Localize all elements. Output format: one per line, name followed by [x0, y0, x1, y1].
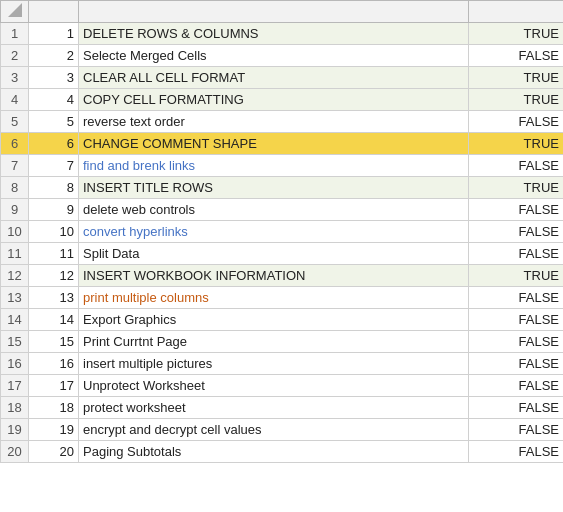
- cell-description: delete web controls: [79, 199, 469, 221]
- table-row: 66CHANGE COMMENT SHAPETRUE: [1, 133, 564, 155]
- cell-index: 2: [29, 45, 79, 67]
- cell-description: INSERT TITLE ROWS: [79, 177, 469, 199]
- cell-boolean: FALSE: [469, 287, 564, 309]
- cell-boolean: FALSE: [469, 309, 564, 331]
- cell-description: Paging Subtotals: [79, 441, 469, 463]
- row-number: 2: [1, 45, 29, 67]
- column-headers: [1, 1, 564, 23]
- row-number: 20: [1, 441, 29, 463]
- cell-description: Selecte Merged Cells: [79, 45, 469, 67]
- cell-boolean: FALSE: [469, 353, 564, 375]
- row-number: 15: [1, 331, 29, 353]
- table-row: 1919encrypt and decrypt cell valuesFALSE: [1, 419, 564, 441]
- cell-boolean: FALSE: [469, 375, 564, 397]
- cell-boolean: TRUE: [469, 89, 564, 111]
- cell-description: convert hyperlinks: [79, 221, 469, 243]
- row-number: 6: [1, 133, 29, 155]
- row-number: 18: [1, 397, 29, 419]
- table-row: 1616insert multiple picturesFALSE: [1, 353, 564, 375]
- cell-index: 1: [29, 23, 79, 45]
- table-row: 1515Print Currtnt PageFALSE: [1, 331, 564, 353]
- cell-boolean: TRUE: [469, 177, 564, 199]
- cell-description: Print Currtnt Page: [79, 331, 469, 353]
- cell-description: insert multiple pictures: [79, 353, 469, 375]
- cell-description: CLEAR ALL CELL FORMAT: [79, 67, 469, 89]
- cell-index: 19: [29, 419, 79, 441]
- row-number: 13: [1, 287, 29, 309]
- row-number: 17: [1, 375, 29, 397]
- table-row: 11DELETE ROWS & COLUMNSTRUE: [1, 23, 564, 45]
- table-row: 1010convert hyperlinksFALSE: [1, 221, 564, 243]
- table-row: 55reverse text orderFALSE: [1, 111, 564, 133]
- cell-boolean: FALSE: [469, 199, 564, 221]
- cell-index: 17: [29, 375, 79, 397]
- cell-index: 13: [29, 287, 79, 309]
- row-number: 12: [1, 265, 29, 287]
- cell-boolean: FALSE: [469, 111, 564, 133]
- cell-description: INSERT WORKBOOK INFORMATION: [79, 265, 469, 287]
- cell-index: 12: [29, 265, 79, 287]
- cell-index: 11: [29, 243, 79, 265]
- row-number: 3: [1, 67, 29, 89]
- cell-description: Split Data: [79, 243, 469, 265]
- row-number: 5: [1, 111, 29, 133]
- cell-boolean: FALSE: [469, 243, 564, 265]
- cell-description: COPY CELL FORMATTING: [79, 89, 469, 111]
- table-row: 1717Unprotect WorksheetFALSE: [1, 375, 564, 397]
- row-number: 8: [1, 177, 29, 199]
- cell-boolean: FALSE: [469, 331, 564, 353]
- row-number: 9: [1, 199, 29, 221]
- row-number: 1: [1, 23, 29, 45]
- spreadsheet: 11DELETE ROWS & COLUMNSTRUE22Selecte Mer…: [0, 0, 563, 463]
- cell-description: print multiple columns: [79, 287, 469, 309]
- cell-index: 8: [29, 177, 79, 199]
- cell-index: 14: [29, 309, 79, 331]
- row-number: 7: [1, 155, 29, 177]
- row-number: 11: [1, 243, 29, 265]
- cell-description: find and brenk links: [79, 155, 469, 177]
- table-body: 11DELETE ROWS & COLUMNSTRUE22Selecte Mer…: [1, 23, 564, 463]
- cell-index: 5: [29, 111, 79, 133]
- table-row: 22Selecte Merged CellsFALSE: [1, 45, 564, 67]
- cell-boolean: TRUE: [469, 67, 564, 89]
- cell-index: 9: [29, 199, 79, 221]
- table-row: 1111Split DataFALSE: [1, 243, 564, 265]
- svg-marker-0: [8, 3, 22, 17]
- cell-boolean: TRUE: [469, 133, 564, 155]
- col-b-header: [79, 1, 469, 23]
- row-number: 19: [1, 419, 29, 441]
- cell-index: 15: [29, 331, 79, 353]
- table-row: 33CLEAR ALL CELL FORMATTRUE: [1, 67, 564, 89]
- table-row: 88INSERT TITLE ROWSTRUE: [1, 177, 564, 199]
- row-number: 4: [1, 89, 29, 111]
- corner-cell: [1, 1, 29, 23]
- table-row: 2020Paging SubtotalsFALSE: [1, 441, 564, 463]
- cell-index: 4: [29, 89, 79, 111]
- table-row: 44COPY CELL FORMATTINGTRUE: [1, 89, 564, 111]
- row-number: 16: [1, 353, 29, 375]
- cell-boolean: FALSE: [469, 221, 564, 243]
- cell-boolean: FALSE: [469, 441, 564, 463]
- table-row: 77find and brenk linksFALSE: [1, 155, 564, 177]
- table-row: 1212INSERT WORKBOOK INFORMATIONTRUE: [1, 265, 564, 287]
- cell-index: 3: [29, 67, 79, 89]
- cell-boolean: FALSE: [469, 155, 564, 177]
- table-row: 1313print multiple columnsFALSE: [1, 287, 564, 309]
- cell-boolean: FALSE: [469, 419, 564, 441]
- cell-description: Export Graphics: [79, 309, 469, 331]
- cell-description: DELETE ROWS & COLUMNS: [79, 23, 469, 45]
- cell-index: 7: [29, 155, 79, 177]
- cell-boolean: TRUE: [469, 23, 564, 45]
- cell-index: 6: [29, 133, 79, 155]
- row-number: 14: [1, 309, 29, 331]
- cell-index: 18: [29, 397, 79, 419]
- cell-index: 16: [29, 353, 79, 375]
- cell-index: 10: [29, 221, 79, 243]
- col-a-header: [29, 1, 79, 23]
- cell-boolean: FALSE: [469, 45, 564, 67]
- cell-description: encrypt and decrypt cell values: [79, 419, 469, 441]
- cell-description: reverse text order: [79, 111, 469, 133]
- row-number: 10: [1, 221, 29, 243]
- cell-index: 20: [29, 441, 79, 463]
- table-row: 1818protect worksheetFALSE: [1, 397, 564, 419]
